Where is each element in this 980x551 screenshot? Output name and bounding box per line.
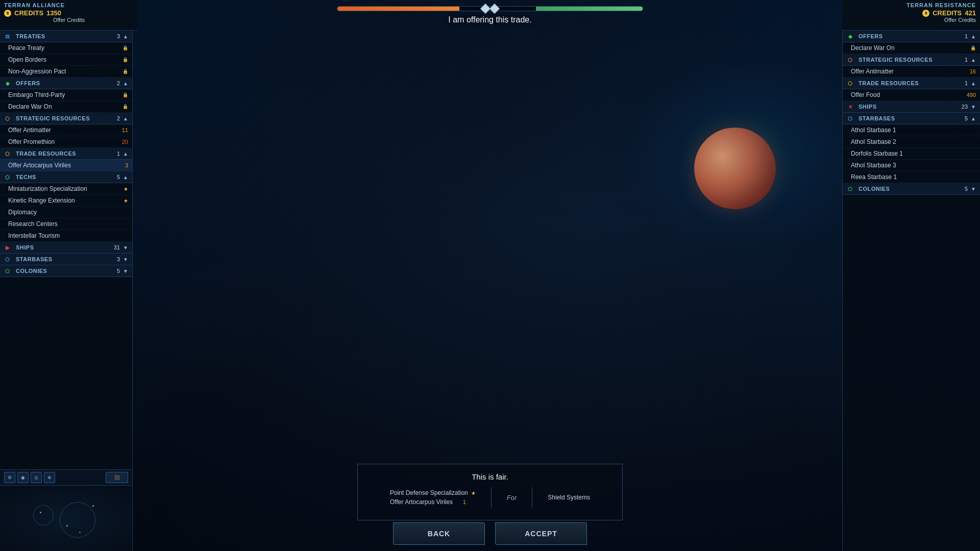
r-colonies-count: 5: [965, 186, 968, 192]
trade-item: Offer Artocarpus Viriles 1: [390, 498, 476, 506]
colonies-label: Colonies: [16, 268, 47, 274]
strategic-items: Offer Antimatter 11 Offer Promethion 20: [0, 124, 132, 148]
strategic-icon: ⬡: [4, 115, 11, 122]
section-offers[interactable]: ◆ Offers 2 ▲: [0, 78, 132, 89]
list-item[interactable]: Athol Starbase 2: [843, 136, 980, 148]
list-item[interactable]: Dorfolis Starbase 1: [843, 148, 980, 160]
strategic-arrow: ▲: [123, 116, 128, 121]
section-treaties[interactable]: ⚖ Treaties 3 ▲: [0, 31, 132, 42]
list-item[interactable]: Offer Promethion 20: [0, 136, 132, 148]
diamond-left: [480, 4, 491, 14]
minimap-toolbar: ⚙ ◉ ◎ ⊕ ⬛: [0, 470, 132, 486]
star-icon: ★: [471, 490, 476, 496]
starbases-arrow: ▼: [123, 257, 128, 262]
section-r-starbases[interactable]: ⬡ Starbases 5 ▲: [843, 113, 980, 124]
trade-arrow: ▲: [123, 151, 128, 157]
credit-icon-right: $: [922, 10, 929, 17]
r-starbases-count: 5: [965, 115, 968, 121]
r-strategic-count: 1: [965, 57, 968, 63]
trade-divider: [491, 487, 492, 508]
faction-right-credits-row: $ CREDITS 421: [922, 9, 976, 17]
minimap-view: [0, 486, 132, 551]
section-r-ships[interactable]: ✕ Ships 23 ▼: [843, 101, 980, 113]
list-item[interactable]: Offer Artocarpus Viriles 3: [0, 160, 132, 171]
minimap-button-4[interactable]: ⊕: [44, 472, 55, 483]
minimap-button-1[interactable]: ⚙: [4, 472, 15, 483]
back-button[interactable]: Back: [393, 522, 485, 545]
r-strategic-icon: ⬡: [847, 56, 854, 63]
section-ships[interactable]: ▶ Ships 31 ▼: [0, 242, 132, 254]
minimap-button-3[interactable]: ◎: [31, 472, 42, 483]
r-offers-count: 1: [965, 33, 968, 39]
list-item[interactable]: Miniaturization Specialization ★: [0, 183, 132, 195]
offers-arrow: ▲: [123, 81, 128, 86]
section-r-colonies[interactable]: ⬡ Colonies 5 ▼: [843, 183, 980, 195]
list-item[interactable]: Offer Food 490: [843, 89, 980, 101]
section-r-trade[interactable]: ⬡ Trade Resources 1 ▲: [843, 78, 980, 89]
r-starbases-items: Athol Starbase 1 Athol Starbase 2 Dorfol…: [843, 124, 980, 183]
faction-right: Terran Resistance $ CREDITS 421 Offer Cr…: [842, 0, 980, 31]
trade-item-name: Shield Systems: [548, 494, 590, 501]
offer-credits-left-button[interactable]: Offer Credits: [4, 17, 134, 23]
r-colonies-arrow: ▼: [971, 186, 976, 192]
section-starbases[interactable]: ⬡ Starbases 3 ▼: [0, 254, 132, 265]
list-item[interactable]: Non-Aggression Pact 🔒: [0, 66, 132, 78]
r-ships-arrow: ▼: [971, 104, 976, 110]
right-panel: ◆ Offers 1 ▲ Declare War On 🔒 ⬡ Strategi…: [842, 31, 980, 551]
r-trade-count: 1: [965, 80, 968, 86]
colonies-count: 5: [117, 268, 120, 274]
list-item[interactable]: Athol Starbase 3: [843, 160, 980, 171]
section-r-offers[interactable]: ◆ Offers 1 ▲: [843, 31, 980, 42]
r-colonies-label: Colonies: [859, 186, 890, 192]
list-item[interactable]: Kinetic Range Extension ★: [0, 195, 132, 207]
diamond-right: [489, 4, 500, 14]
section-r-strategic[interactable]: ⬡ Strategic Resources 1 ▲: [843, 54, 980, 66]
r-starbases-arrow: ▲: [971, 116, 976, 121]
fairness-text: This is fair.: [370, 472, 610, 481]
list-item[interactable]: Research Centers: [0, 218, 132, 230]
faction-left-name: Terran Alliance: [4, 2, 134, 8]
minimap-dot: [92, 505, 94, 507]
r-strategic-items: Offer Antimatter 16: [843, 66, 980, 78]
r-colonies-icon: ⬡: [847, 185, 854, 192]
r-trade-icon: ⬡: [847, 80, 854, 87]
list-item[interactable]: Reea Starbase 1: [843, 171, 980, 183]
starbases-icon: ⬡: [4, 256, 11, 263]
faction-left-credits-row: $ CREDITS 1350: [4, 9, 134, 17]
section-strategic[interactable]: ⬡ Strategic Resources 2 ▲: [0, 113, 132, 124]
list-item[interactable]: Embargo Third-Party 🔒: [0, 89, 132, 101]
list-item[interactable]: Diplomacy: [0, 207, 132, 218]
r-ships-count: 23: [962, 104, 968, 110]
list-item[interactable]: Interstellar Tourism: [0, 230, 132, 242]
faction-right-name: Terran Resistance: [906, 2, 976, 8]
list-item[interactable]: Open Borders 🔒: [0, 54, 132, 66]
lock-icon: 🔒: [122, 104, 128, 109]
treaties-label: Treaties: [16, 33, 45, 39]
section-techs[interactable]: ⬡ Techs 5 ▲: [0, 171, 132, 183]
offer-credits-right-button[interactable]: Offer Credits: [944, 17, 976, 23]
techs-icon: ⬡: [4, 173, 11, 181]
ships-label: Ships: [16, 244, 34, 251]
trade-panel: This is fair. Point Defense Specializati…: [357, 464, 623, 520]
ships-icon: ▶: [4, 244, 11, 251]
list-item[interactable]: Offer Antimatter 11: [0, 124, 132, 136]
section-colonies[interactable]: ⬡ Colonies 5 ▼: [0, 265, 132, 277]
accept-button[interactable]: Accept: [495, 522, 587, 545]
bottom-buttons: Back Accept: [393, 516, 587, 551]
r-strategic-arrow: ▲: [971, 57, 976, 63]
treaties-items: Peace Treaty 🔒 Open Borders 🔒 Non-Aggres…: [0, 42, 132, 78]
r-ships-icon: ✕: [847, 103, 854, 110]
lock-icon: 🔒: [122, 92, 128, 97]
list-item[interactable]: Offer Antimatter 16: [843, 66, 980, 78]
list-item[interactable]: Declare War On 🔒: [0, 101, 132, 113]
section-trade[interactable]: ⬡ Trade Resources 1 ▲: [0, 148, 132, 160]
list-item[interactable]: Athol Starbase 1: [843, 124, 980, 136]
lock-icon: 🔒: [970, 45, 976, 51]
faction-left-credits-value: 1350: [46, 9, 61, 17]
star-icon: ★: [124, 186, 128, 192]
treaties-count: 3: [117, 33, 120, 39]
minimap-button-2[interactable]: ◉: [17, 472, 29, 483]
list-item[interactable]: Peace Treaty 🔒: [0, 42, 132, 54]
minimap-view-button[interactable]: ⬛: [106, 472, 128, 483]
list-item[interactable]: Declare War On 🔒: [843, 42, 980, 54]
